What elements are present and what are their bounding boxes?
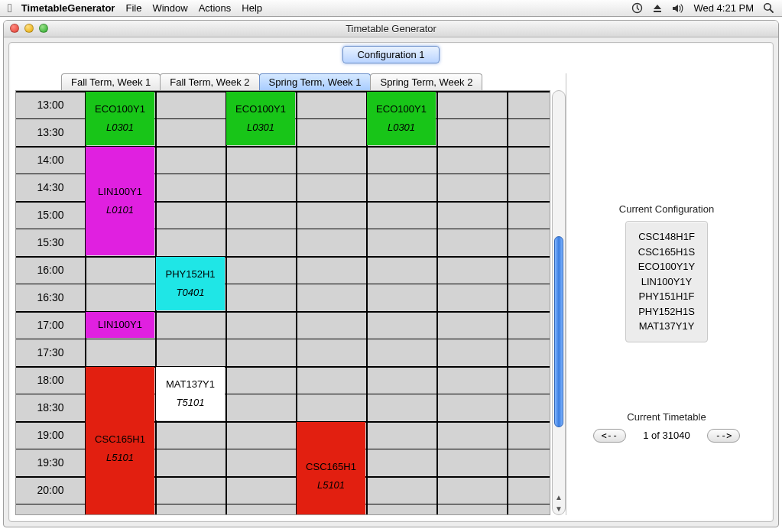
course-block-eco100y1[interactable]: ECO100Y1L0301 [86,92,154,145]
timetable-grid: 13:0013:3014:0014:3015:0015:3016:0016:30… [16,91,550,515]
apple-icon[interactable]:  [8,2,12,15]
config-course: PHY151H1F [638,289,695,304]
menubar-clock[interactable]: Wed 4:21 PM [693,2,754,14]
week-tab-2[interactable]: Spring Term, Week 1 [259,73,372,90]
config-course: PHY152H1S [638,304,695,320]
tab-configuration-1[interactable]: Configuration 1 [342,46,439,63]
time-label: 13:30 [16,118,85,146]
week-tab-3[interactable]: Spring Term, Week 2 [370,73,482,90]
course-code: ECO100Y1 [376,102,427,116]
zoom-button[interactable] [39,24,48,33]
week-tab-0[interactable]: Fall Term, Week 1 [61,73,161,90]
course-section: T5101 [177,396,205,410]
time-label: 16:30 [16,284,85,311]
time-label: 17:00 [16,311,85,339]
course-section: L0301 [388,121,415,135]
volume-icon[interactable] [672,3,684,14]
config-course: ECO100Y1Y [638,259,695,274]
course-section: L5101 [106,451,134,465]
close-button[interactable] [10,24,19,33]
course-block-lin100y1[interactable]: LIN100Y1 [86,312,154,338]
menu-help[interactable]: Help [242,2,262,14]
course-section: L0301 [106,121,134,135]
menu-window[interactable]: Window [152,2,187,14]
config-course: CSC148H1F [638,229,695,245]
time-label: 14:30 [16,174,85,201]
time-machine-icon[interactable] [631,2,643,14]
timetable-grid-viewport[interactable]: 13:0013:3014:0014:3015:0015:3016:0016:30… [15,90,550,515]
menu-file[interactable]: File [125,2,141,14]
next-timetable-button[interactable]: --> [707,429,741,443]
course-block-mat137y1[interactable]: MAT137Y1T5101 [156,367,225,420]
scroll-up-arrow[interactable]: ▲ [554,491,563,502]
time-label: 14:00 [16,146,85,174]
course-code: MAT137Y1 [166,378,215,391]
eject-icon[interactable] [652,3,663,14]
svg-line-3 [770,9,773,12]
content-area: Configuration 1 Fall Term, Week 1Fall Te… [8,42,774,522]
course-code: PHY152H1 [165,268,215,281]
course-block-csc165h1[interactable]: CSC165H1L5101 [86,367,154,515]
course-section: L0301 [247,121,274,135]
window-titlebar[interactable]: Timetable Generator [4,21,778,37]
course-section: L0101 [106,203,134,217]
course-block-eco100y1[interactable]: ECO100Y1L0301 [367,92,436,145]
time-label: 15:00 [16,201,85,229]
time-label: 20:00 [16,476,85,504]
course-section: T0401 [177,286,205,300]
spotlight-icon[interactable] [763,2,774,14]
traffic-lights [10,24,48,33]
time-label: 16:00 [16,256,85,284]
course-code: ECO100Y1 [95,102,145,116]
scrollbar-thumb[interactable] [554,236,563,427]
current-configuration-title: Current Configuration [619,203,714,215]
time-label: 18:30 [16,394,85,421]
time-label: 19:00 [16,421,85,449]
config-course: LIN100Y1Y [638,274,695,290]
time-label: 18:00 [16,366,85,394]
time-label: 15:30 [16,229,85,256]
week-tab-1[interactable]: Fall Term, Week 2 [160,73,259,90]
menu-actions[interactable]: Actions [199,2,232,14]
course-block-phy152h1[interactable]: PHY152H1T0401 [156,257,225,310]
course-code: CSC165H1 [95,433,145,446]
config-course: MAT137Y1Y [638,319,695,334]
current-timetable-title: Current Timetable [593,411,741,423]
scroll-down-arrow[interactable]: ▼ [554,503,563,514]
time-label: 19:30 [16,449,85,476]
time-label: 17:30 [16,339,85,366]
timetable-pane: Fall Term, Week 1Fall Term, Week 2Spring… [15,73,566,515]
timetable-counter: 1 of 31040 [643,430,690,441]
course-code: CSC165H1 [306,460,356,474]
svg-rect-1 [654,11,661,12]
course-code: LIN100Y1 [98,318,142,332]
course-section: L5101 [317,478,345,492]
minimize-button[interactable] [24,24,34,33]
course-block-lin100y1[interactable]: LIN100Y1L0101 [86,147,154,255]
window-title: Timetable Generator [346,23,436,34]
macos-menubar:  TimetableGenerator File Window Actions… [0,0,782,17]
menubar-app-name[interactable]: TimetableGenerator [21,2,115,14]
course-code: ECO100Y1 [235,102,286,116]
vertical-scrollbar[interactable]: ▲ ▼ [552,90,566,515]
current-configuration-box: CSC148H1FCSC165H1SECO100Y1YLIN100Y1YPHY1… [625,221,708,342]
config-course: CSC165H1S [638,245,695,260]
side-panel: Current Configuration CSC148H1FCSC165H1S… [566,73,767,515]
prev-timetable-button[interactable]: <-- [593,429,627,443]
time-label: 13:00 [16,91,85,118]
week-tabs: Fall Term, Week 1Fall Term, Week 2Spring… [61,73,566,90]
app-window: Timetable Generator Configuration 1 Fall… [3,20,779,527]
course-block-eco100y1[interactable]: ECO100Y1L0301 [226,92,295,145]
course-code: LIN100Y1 [98,185,142,199]
course-block-csc165h1[interactable]: CSC165H1L5101 [297,422,365,515]
